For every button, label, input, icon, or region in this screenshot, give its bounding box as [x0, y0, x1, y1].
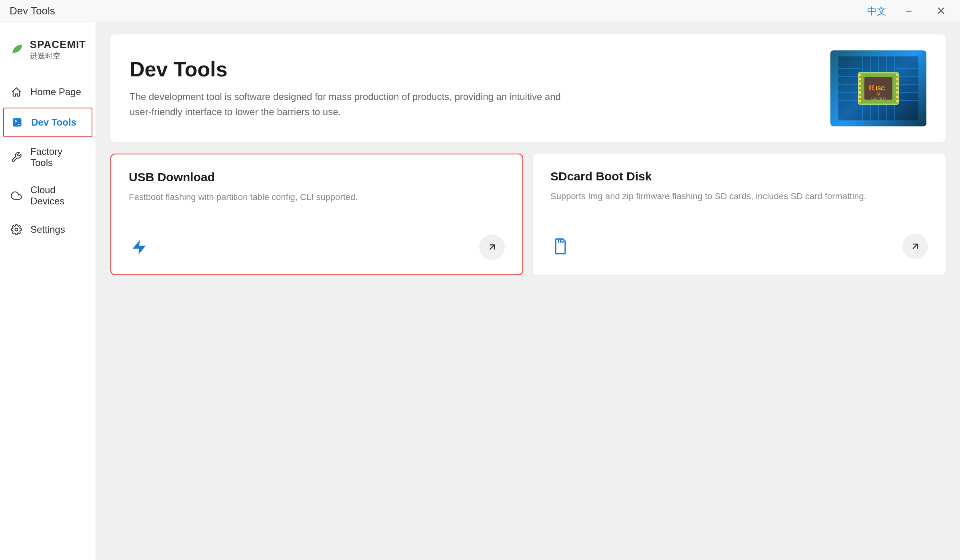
svg-text:ISC: ISC — [876, 85, 885, 92]
factory-icon — [10, 150, 23, 164]
tool-sdcard-description: Supports Img and zip firmware flashing t… — [550, 190, 928, 218]
svg-rect-36 — [858, 96, 861, 98]
chip-svg: R ISC -V SPACEMIT — [838, 56, 918, 120]
logo-sub: 进迭时空 — [30, 51, 86, 61]
cloud-icon — [10, 189, 23, 202]
svg-rect-35 — [858, 91, 861, 94]
main-content: Dev Tools The development tool is softwa… — [96, 22, 960, 560]
minimize-button[interactable]: − — [899, 2, 918, 21]
svg-rect-42 — [896, 91, 898, 94]
sidebar-item-cloud[interactable]: Cloud Devices — [0, 176, 96, 215]
window-controls: 中文 − ✕ — [867, 2, 950, 21]
language-button[interactable]: 中文 — [867, 5, 886, 18]
sidebar: SPACEMIT 进迭时空 Home Page — [0, 22, 96, 560]
tool-sdcard-title: SDcard Boot Disk — [550, 170, 928, 183]
devtools-icon — [10, 116, 24, 129]
sidebar-item-settings-label: Settings — [30, 224, 65, 235]
close-button[interactable]: ✕ — [931, 2, 950, 21]
sidebar-item-home[interactable]: Home Page — [0, 77, 96, 107]
svg-rect-31 — [858, 74, 861, 76]
hero-card: Dev Tools The development tool is softwa… — [110, 34, 946, 142]
home-icon — [10, 85, 23, 99]
title-bar: Dev Tools 中文 − ✕ — [0, 0, 960, 22]
window-title: Dev Tools — [10, 5, 867, 17]
logo-area: SPACEMIT 进迭时空 — [0, 30, 96, 77]
sidebar-item-factory-label: Factory Tools — [30, 146, 86, 168]
svg-rect-32 — [858, 78, 861, 80]
svg-rect-34 — [858, 87, 861, 89]
svg-rect-37 — [858, 100, 861, 102]
svg-rect-40 — [896, 82, 898, 85]
svg-text:SPACEMIT: SPACEMIT — [871, 98, 886, 101]
sidebar-item-devtools-label: Dev Tools — [31, 117, 76, 128]
usb-open-button[interactable] — [479, 234, 505, 260]
sidebar-item-settings[interactable]: Settings — [0, 215, 96, 244]
tool-usb-footer — [129, 234, 505, 260]
svg-rect-41 — [896, 87, 898, 89]
sidebar-item-factory[interactable]: Factory Tools — [0, 138, 96, 176]
tool-card-sdcard[interactable]: SDcard Boot Disk Supports Img and zip fi… — [533, 154, 946, 275]
svg-rect-44 — [896, 100, 898, 102]
hero-text: Dev Tools The development tool is softwa… — [130, 57, 570, 120]
svg-point-2 — [15, 228, 18, 231]
svg-rect-38 — [896, 74, 898, 76]
sidebar-item-devtools[interactable]: Dev Tools — [3, 108, 92, 137]
logo-text: SPACEMIT 进迭时空 — [30, 38, 86, 61]
tools-grid: USB Download Fastboot flashing with part… — [110, 154, 946, 275]
svg-rect-39 — [896, 78, 898, 80]
sdcard-open-button[interactable] — [902, 234, 928, 259]
hero-description: The development tool is software designe… — [130, 89, 570, 120]
tool-card-usb-download[interactable]: USB Download Fastboot flashing with part… — [110, 154, 523, 275]
settings-icon — [10, 223, 23, 236]
sidebar-item-cloud-label: Cloud Devices — [30, 184, 86, 207]
app-body: SPACEMIT 进迭时空 Home Page — [0, 22, 960, 560]
svg-text:-V: -V — [876, 91, 880, 97]
tool-usb-description: Fastboot flashing with partition table c… — [129, 190, 505, 218]
spacemit-logo-icon — [10, 40, 25, 60]
svg-rect-0 — [13, 118, 22, 127]
tool-usb-title: USB Download — [129, 170, 505, 184]
page-title: Dev Tools — [130, 57, 570, 81]
hero-image: R ISC -V SPACEMIT — [830, 50, 926, 126]
sdcard-icon — [550, 236, 571, 257]
tool-sdcard-footer — [550, 234, 928, 259]
svg-rect-43 — [896, 96, 898, 98]
logo-name: SPACEMIT — [30, 38, 86, 51]
svg-rect-33 — [858, 82, 861, 85]
sidebar-item-home-label: Home Page — [30, 86, 81, 98]
bolt-icon — [129, 237, 150, 258]
svg-text:R: R — [868, 82, 875, 92]
